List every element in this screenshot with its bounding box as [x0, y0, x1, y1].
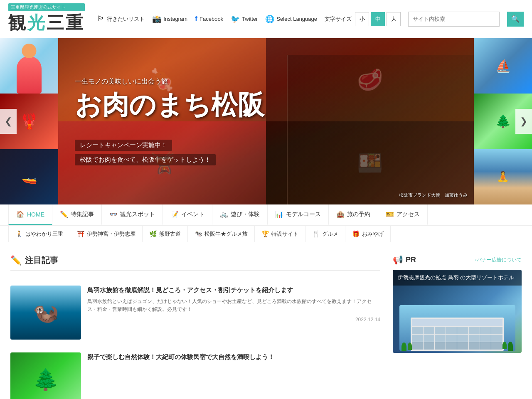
nav-row-main: 🏠 HOME ✏️ 特集記事 👓 観光スポット 📝 イベント 🚲 遊び・体験 📊… [8, 204, 524, 225]
slider-next-button[interactable]: ❯ [515, 109, 532, 134]
subnav-souvenir[interactable]: 🎁 おみやげ [345, 226, 391, 242]
sub-nav: 🚶 はやわかり三重 ⛩️ 伊勢神宮・伊勢志摩 🌿 熊野古道 🐄 松阪牛★グルメ旅… [0, 226, 532, 242]
site-label: 三重県観光連盟公式サイト [8, 3, 85, 11]
language-link[interactable]: 🌐 Select Language [265, 15, 317, 24]
ikitai-label: 行きたいリスト [107, 15, 145, 23]
article-date-1: 2022.12.14 [87, 317, 380, 323]
subnav-ise[interactable]: ⛩️ 伊勢神宮・伊勢志摩 [70, 226, 143, 242]
chevron-right-icon: ❯ [520, 116, 527, 127]
subnav-kumano-label: 熊野古道 [159, 230, 181, 238]
slider-subtitle: 一生モノの美味しいに出会う旅 [75, 77, 457, 86]
article-desc-1: 鳥羽水族館といえばジュゴン、だけじゃない！人気のショーやお土産など、見どころ満載… [87, 298, 380, 313]
content-sidebar: 📢 PR ›バナー広告について 伊勢志摩観光の拠点 鳥羽 の大型リゾートホテル [393, 255, 522, 399]
slider-caption1: レシートキャンペーン実施中！ [75, 140, 172, 151]
language-label: Select Language [276, 16, 317, 22]
subnav-gourmet-label: グルメ [322, 230, 338, 238]
slider-right-panel: ⛵ 🌲 🧘 ❯ [474, 38, 532, 204]
gift-icon: 🎁 [352, 230, 360, 238]
slider-left-panel: 🦞 🚤 ❮ [0, 38, 58, 204]
article-thumb-aquarium: 🦦 [10, 286, 81, 340]
nav-access[interactable]: 🎫 アクセス [378, 204, 428, 225]
font-size-group: 文字サイズ 小 中 大 [325, 12, 401, 26]
logo-area: 三重県観光連盟公式サイト 観光三重 [8, 3, 85, 34]
walk-icon: 🚶 [15, 230, 23, 238]
slider-background: 🍖 🥩 🫕 🍱 一生モノの美味しいに出会う旅 お肉のまち松阪 レシートキャンペー… [58, 38, 474, 204]
side-left-img-3: 🚤 [0, 149, 58, 204]
nav-home-label: HOME [27, 211, 44, 218]
slider-credit: 松阪市ブランド大使 加藤ゆうみ [399, 192, 468, 198]
article-item: 🌲 親子で楽しむ自然体験！大紀町の体験民宿で大自然を満喫しよう！ [10, 346, 380, 399]
facebook-link[interactable]: f Facebook [195, 15, 223, 23]
article-thumb-nature: 🌲 [10, 352, 81, 399]
twitter-label: Twitter [242, 16, 258, 22]
hero-slider: 🦞 🚤 ❮ 🍖 🥩 🫕 🍱 一生モノの美味しいに出会う旅 お肉の [0, 38, 532, 204]
megaphone-icon: 📢 [393, 255, 403, 265]
article-title-2[interactable]: 親子で楽しむ自然体験！大紀町の体験民宿で大自然を満喫しよう！ [87, 352, 380, 361]
header-social-bar: 三重県観光連盟公式サイト 観光三重 🏳 行きたいリスト 📸 Instagram … [0, 0, 532, 38]
nav-booking-label: 旅の予約 [347, 211, 370, 218]
nav-feature[interactable]: ✏️ 特集記事 [52, 204, 102, 225]
pr-banner-overlay: 伊勢志摩観光の拠点 鳥羽 の大型リゾートホテル [393, 270, 522, 286]
facebook-label: Facebook [200, 16, 223, 22]
instagram-label: Instagram [163, 16, 187, 22]
pr-banner[interactable]: 伊勢志摩観光の拠点 鳥羽 の大型リゾートホテル [393, 270, 522, 353]
twitter-icon: 🐦 [231, 15, 240, 24]
subnav-souvenir-label: おみやげ [362, 230, 384, 238]
twitter-link[interactable]: 🐦 Twitter [231, 15, 258, 24]
subnav-special-label: 特設サイト [271, 230, 298, 238]
slider-prev-button[interactable]: ❮ [0, 109, 17, 134]
food-icon: 🍴 [312, 230, 320, 238]
instagram-link[interactable]: 📸 Instagram [152, 15, 187, 24]
subnav-hayawakari-label: はやわかり三重 [25, 230, 63, 238]
nav-events[interactable]: 📝 イベント [163, 204, 212, 225]
subnav-gourmet[interactable]: 🍴 グルメ [305, 226, 345, 242]
font-size-small-btn[interactable]: 小 [355, 12, 369, 26]
beef-icon: 🐄 [195, 230, 202, 238]
side-right-img-3: 🧘 [474, 149, 532, 204]
course-icon: 📊 [275, 210, 283, 218]
font-size-label: 文字サイズ [325, 15, 352, 23]
kumano-icon: 🌿 [149, 230, 157, 238]
ikitai-link[interactable]: 🏳 行きたいリスト [97, 15, 145, 23]
pr-link[interactable]: ›バナー広告について [475, 256, 522, 264]
nav-events-label: イベント [181, 211, 204, 218]
shrine-icon: ⛩️ [77, 230, 85, 238]
instagram-icon: 📸 [152, 15, 161, 24]
nav-access-label: アクセス [397, 211, 420, 218]
subnav-hayawakari[interactable]: 🚶 はやわかり三重 [8, 226, 70, 242]
slider-caption2: 松阪でお肉を食べて、松阪牛をゲットしよう！ [75, 154, 216, 165]
side-left-img-1 [0, 38, 58, 94]
content-main: ✏️ 注目記事 🦦 鳥羽水族館を徹底解説！見どころ・アクセス・割引チケットを紹介… [10, 255, 380, 399]
subnav-ise-label: 伊勢神宮・伊勢志摩 [87, 230, 135, 238]
nav-spots-label: 観光スポット [120, 211, 155, 218]
news-section-title: ✏️ 注目記事 [10, 255, 380, 271]
font-size-medium-btn[interactable]: 中 [371, 12, 385, 26]
subnav-special[interactable]: 🏆 特設サイト [255, 226, 305, 242]
nav-spots[interactable]: 👓 観光スポット [102, 204, 163, 225]
font-size-large-btn[interactable]: 大 [387, 12, 401, 26]
article-title-1[interactable]: 鳥羽水族館を徹底解説！見どころ・アクセス・割引チケットを紹介します [87, 286, 380, 294]
otter-image: 🦦 [10, 286, 81, 340]
nav-play-label: 遊び・体験 [231, 211, 260, 218]
binoculars-icon: 👓 [109, 210, 118, 218]
nav-model[interactable]: 📊 モデルコース [268, 204, 329, 225]
subnav-matsusaka[interactable]: 🐄 松阪牛★グルメ旅 [188, 226, 255, 242]
home-icon: 🏠 [16, 210, 25, 218]
header-right: 🏳 行きたいリスト 📸 Instagram f Facebook 🐦 Twitt… [97, 12, 524, 27]
pr-title: 📢 PR [393, 255, 416, 265]
search-button[interactable]: 🔍 [507, 12, 524, 27]
bike-icon: 🚲 [220, 210, 228, 218]
flag-icon: 🏳 [97, 15, 105, 23]
slider-title: お肉のまち松阪 [75, 90, 457, 119]
search-icon: 🔍 [511, 15, 520, 23]
site-logo: 観光三重 [8, 11, 85, 34]
news-title-text: 注目記事 [25, 255, 58, 266]
nav-home[interactable]: 🏠 HOME [8, 204, 52, 225]
search-input[interactable] [408, 12, 500, 27]
subnav-matsusaka-label: 松阪牛★グルメ旅 [204, 230, 248, 238]
access-icon: 🎫 [386, 210, 394, 218]
subnav-kumano[interactable]: 🌿 熊野古道 [143, 226, 188, 242]
nav-play[interactable]: 🚲 遊び・体験 [212, 204, 268, 225]
article-info-1: 鳥羽水族館を徹底解説！見どころ・アクセス・割引チケットを紹介します 鳥羽水族館と… [87, 286, 380, 340]
nav-booking[interactable]: 🏨 旅の予約 [329, 204, 378, 225]
